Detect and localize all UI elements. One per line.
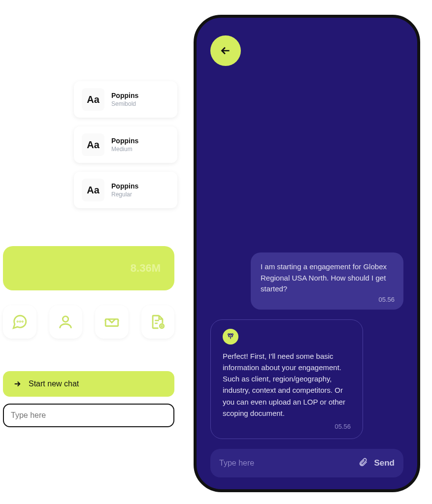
font-swatch: Aa [82, 179, 104, 201]
bot-avatar [223, 329, 238, 345]
font-card-medium: Aa Poppins Medium [74, 126, 177, 163]
svg-point-3 [63, 316, 68, 322]
attach-button[interactable] [358, 457, 368, 469]
circuit-icon [226, 332, 235, 341]
bot-message-bubble: Perfect! First, I'll need some basic inf… [210, 319, 363, 440]
font-name: Poppins [111, 92, 138, 99]
font-weight: Medium [111, 146, 138, 153]
handshake-icon [103, 314, 120, 330]
chat-bubble-icon [11, 314, 28, 330]
svg-point-8 [230, 334, 232, 335]
phone-frame: I am starting a engagement for Globex Re… [194, 15, 420, 492]
font-weight: Regular [111, 191, 138, 198]
icon-row [3, 305, 174, 339]
font-name: Poppins [111, 182, 138, 190]
bot-message-timestamp: 05.56 [334, 422, 351, 432]
font-card-list: Aa Poppins Semibold Aa Poppins Medium Aa… [74, 81, 177, 217]
type-here-input[interactable] [11, 411, 166, 420]
user-message-text: I am starting a engagement for Globex Re… [261, 262, 387, 293]
chat-area: I am starting a engagement for Globex Re… [210, 66, 403, 449]
user-message-bubble: I am starting a engagement for Globex Re… [251, 252, 403, 310]
font-name: Poppins [111, 137, 138, 145]
document-add-icon [149, 314, 166, 330]
back-button[interactable] [210, 35, 241, 66]
user-icon-tile[interactable] [49, 305, 83, 339]
font-card-regular: Aa Poppins Regular [74, 172, 177, 208]
svg-point-6 [228, 334, 230, 335]
chat-icon-tile[interactable] [3, 305, 36, 339]
phone-chat-input[interactable] [219, 459, 352, 468]
svg-point-0 [17, 321, 18, 322]
metric-value: 8.36M [131, 262, 161, 275]
bot-message-text: Perfect! First, I'll need some basic inf… [223, 352, 345, 417]
font-weight: Semibold [111, 100, 138, 107]
arrow-right-icon [13, 379, 22, 388]
phone-chat-input-row: Send [210, 449, 403, 477]
start-new-chat-button[interactable]: Start new chat [3, 371, 174, 397]
svg-point-1 [20, 321, 20, 322]
font-swatch: Aa [82, 88, 104, 111]
start-chat-label: Start new chat [29, 379, 79, 388]
document-add-icon-tile[interactable] [141, 305, 175, 339]
user-icon [57, 314, 74, 330]
paperclip-icon [358, 457, 368, 467]
metric-card: 8.36M [3, 246, 174, 290]
send-button[interactable]: Send [374, 458, 395, 468]
arrow-left-icon [219, 44, 232, 57]
type-here-field[interactable] [3, 404, 174, 427]
svg-point-7 [232, 334, 233, 335]
font-card-semibold: Aa Poppins Semibold [74, 81, 177, 118]
handshake-icon-tile[interactable] [95, 305, 129, 339]
user-message-timestamp: 05.56 [378, 295, 395, 305]
font-swatch: Aa [82, 133, 104, 156]
svg-point-2 [22, 321, 23, 322]
